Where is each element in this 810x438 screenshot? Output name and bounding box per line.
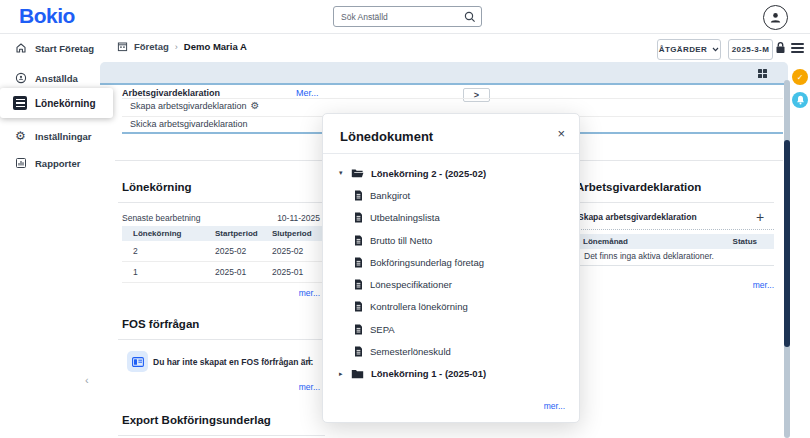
sidebar-label: Inställningar bbox=[35, 131, 91, 142]
cell: 2025-01 bbox=[272, 267, 322, 277]
export-section-title: Export Bokföringsunderlag bbox=[122, 414, 271, 426]
document-icon bbox=[354, 324, 363, 335]
col-slutperiod: Slutperiod bbox=[272, 229, 322, 238]
sidebar-collapse-icon[interactable]: ‹ bbox=[85, 374, 89, 386]
modal-title: Lönedokument bbox=[340, 129, 433, 144]
forward-chevron-button[interactable]: > bbox=[463, 88, 490, 102]
document-icon bbox=[354, 190, 363, 201]
col-lonekorning: Lönekörning bbox=[133, 229, 215, 238]
atgarder-button[interactable]: ÅTGÄRDER bbox=[657, 39, 721, 60]
table-row[interactable]: 1 2025-01 2025-01 bbox=[122, 262, 322, 283]
document-label: SEPA bbox=[370, 324, 395, 335]
agd-create-label[interactable]: Skapa arbetsgivardeklaration bbox=[578, 212, 697, 222]
lonekorning-mer-link[interactable]: mer... bbox=[122, 288, 320, 298]
row-label: Skapa arbetsgivardeklaration bbox=[130, 101, 247, 111]
payroll-list-icon bbox=[13, 96, 27, 110]
cell: 2025-01 bbox=[215, 267, 272, 277]
document-icon bbox=[354, 301, 363, 312]
cell: 2 bbox=[133, 246, 215, 256]
modal-divider bbox=[323, 153, 579, 154]
top-section-title: Arbetsgivardeklaration bbox=[122, 88, 220, 98]
agd-add-button[interactable]: + bbox=[756, 210, 764, 224]
scrollbar-thumb[interactable] bbox=[784, 140, 790, 347]
status-check-badge[interactable]: ✓ bbox=[792, 69, 808, 85]
fos-mer-link[interactable]: mer... bbox=[122, 382, 320, 392]
notification-bell-badge[interactable] bbox=[792, 92, 808, 108]
breadcrumb-root[interactable]: Företag bbox=[134, 41, 169, 52]
document-item[interactable]: Bokföringsunderlag företag bbox=[339, 251, 565, 273]
cell: 2025-02 bbox=[272, 246, 322, 256]
agd-table-header: Lönemånad Status bbox=[576, 234, 774, 249]
gear-icon: ⚙ bbox=[14, 130, 27, 143]
document-label: Bankgirot bbox=[370, 190, 410, 201]
document-label: Semesterlöneskuld bbox=[370, 346, 451, 357]
top-mer-link[interactable]: Mer... bbox=[296, 88, 319, 98]
document-tree: ▾ Lönekörning 2 - (2025-02) Bankgirot Ut… bbox=[339, 162, 565, 385]
document-item[interactable]: Lönespecifikationer bbox=[339, 273, 565, 295]
sidebar-item-lonekorning[interactable]: Lönekörning bbox=[0, 88, 113, 118]
fos-window-icon bbox=[127, 351, 148, 372]
company-building-icon bbox=[117, 41, 128, 52]
user-avatar-button[interactable] bbox=[763, 5, 788, 30]
document-item[interactable]: Utbetalningslista bbox=[339, 207, 565, 229]
person-icon bbox=[769, 11, 782, 24]
skapa-arbetsgivardeklaration-row[interactable]: Skapa arbetsgivardeklaration ⚙ bbox=[130, 101, 260, 111]
agd-mer-link[interactable]: mer... bbox=[576, 280, 774, 290]
document-icon bbox=[354, 212, 363, 223]
divider bbox=[118, 202, 325, 203]
document-label: Utbetalningslista bbox=[370, 212, 440, 223]
document-item[interactable]: Kontrollera lönekörning bbox=[339, 296, 565, 318]
folder-label: Lönekörning 2 - (2025-02) bbox=[371, 168, 486, 179]
document-item[interactable]: Brutto till Netto bbox=[339, 229, 565, 251]
search-input[interactable] bbox=[334, 12, 463, 22]
dotted-divider bbox=[578, 229, 774, 230]
document-label: Kontrollera lönekörning bbox=[370, 301, 468, 312]
folder-open-icon bbox=[351, 168, 364, 178]
document-icon bbox=[354, 279, 363, 290]
document-label: Bokföringsunderlag företag bbox=[370, 257, 484, 268]
row-divider bbox=[122, 98, 783, 99]
lonekorning-section-title: Lönekörning bbox=[122, 181, 192, 193]
document-label: Brutto till Netto bbox=[370, 235, 432, 246]
cell: 2025-02 bbox=[215, 246, 272, 256]
table-row[interactable]: 2 2025-02 2025-02 bbox=[122, 241, 322, 262]
folder-label: Lönekörning 1 - (2025-01) bbox=[371, 368, 486, 379]
search-icon bbox=[463, 10, 477, 24]
sidebar-item-anstallda[interactable]: Anställda bbox=[0, 67, 100, 89]
fos-add-button[interactable]: + bbox=[305, 353, 313, 367]
chevron-right-icon: › bbox=[175, 42, 178, 52]
atgarder-label: ÅTGÄRDER bbox=[659, 45, 708, 54]
widgets-grid-icon[interactable] bbox=[758, 69, 767, 78]
document-item[interactable]: Bankgirot bbox=[339, 184, 565, 206]
caret-right-icon[interactable]: ▸ bbox=[339, 370, 347, 378]
sidebar-item-installningar[interactable]: ⚙ Inställningar bbox=[0, 125, 100, 147]
vertical-scrollbar[interactable] bbox=[784, 80, 790, 438]
col-startperiod: Startperiod bbox=[215, 229, 272, 238]
cell: 1 bbox=[133, 267, 215, 277]
document-item[interactable]: Semesterlöneskuld bbox=[339, 340, 565, 362]
lonedokument-modal: Lönedokument × ▾ Lönekörning 2 - (2025-0… bbox=[322, 113, 580, 423]
sidebar-item-start-foretag[interactable]: Start Företag bbox=[0, 37, 100, 59]
skicka-arbetsgivardeklaration-row[interactable]: Skicka arbetsgivardeklaration bbox=[130, 119, 248, 129]
document-item[interactable]: SEPA bbox=[339, 318, 565, 340]
document-icon bbox=[354, 257, 363, 268]
lock-icon[interactable] bbox=[775, 41, 786, 54]
menu-icon[interactable] bbox=[791, 43, 804, 53]
period-label: 2025-3-M bbox=[732, 45, 769, 54]
close-icon[interactable]: × bbox=[557, 126, 565, 141]
home-icon bbox=[14, 42, 27, 55]
document-icon bbox=[354, 235, 363, 246]
sidebar-label: Start Företag bbox=[35, 43, 94, 54]
chevron-down-icon bbox=[712, 47, 719, 52]
modal-mer-link[interactable]: mer... bbox=[544, 401, 565, 411]
divider bbox=[118, 339, 325, 340]
col-lonemanad: Lönemånad bbox=[583, 237, 628, 246]
employees-icon bbox=[14, 72, 27, 85]
folder-row[interactable]: ▸ Lönekörning 1 - (2025-01) bbox=[339, 363, 565, 385]
period-selector-button[interactable]: 2025-3-M bbox=[728, 39, 773, 60]
sidebar-item-rapporter[interactable]: Rapporter bbox=[0, 152, 100, 174]
bokio-logo[interactable]: Bokio bbox=[19, 4, 75, 28]
caret-down-icon[interactable]: ▾ bbox=[339, 169, 347, 177]
folder-row[interactable]: ▾ Lönekörning 2 - (2025-02) bbox=[339, 162, 565, 184]
employee-search[interactable] bbox=[333, 6, 482, 27]
